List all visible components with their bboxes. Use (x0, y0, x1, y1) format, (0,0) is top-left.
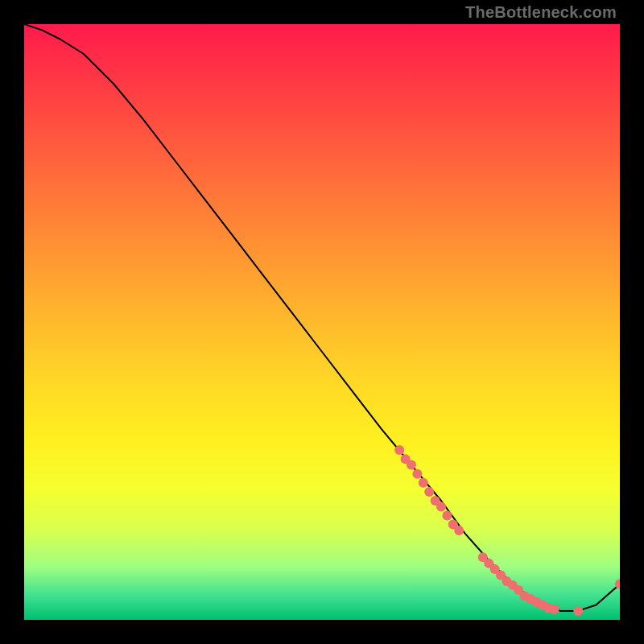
data-point (419, 478, 428, 488)
plot-area (24, 24, 620, 620)
scatter-points (394, 445, 620, 616)
data-point (454, 526, 464, 535)
data-point (407, 460, 416, 470)
data-point (442, 511, 452, 521)
watermark-text: TheBottleneck.com (465, 3, 617, 22)
plot-svg (24, 24, 620, 620)
chart-stage: TheBottleneck.com (0, 0, 644, 644)
curve-line (24, 24, 620, 611)
data-point (573, 606, 583, 616)
data-point (424, 487, 434, 497)
data-point (412, 469, 422, 479)
data-point (550, 605, 559, 614)
data-point (394, 445, 404, 455)
data-point (436, 502, 446, 511)
